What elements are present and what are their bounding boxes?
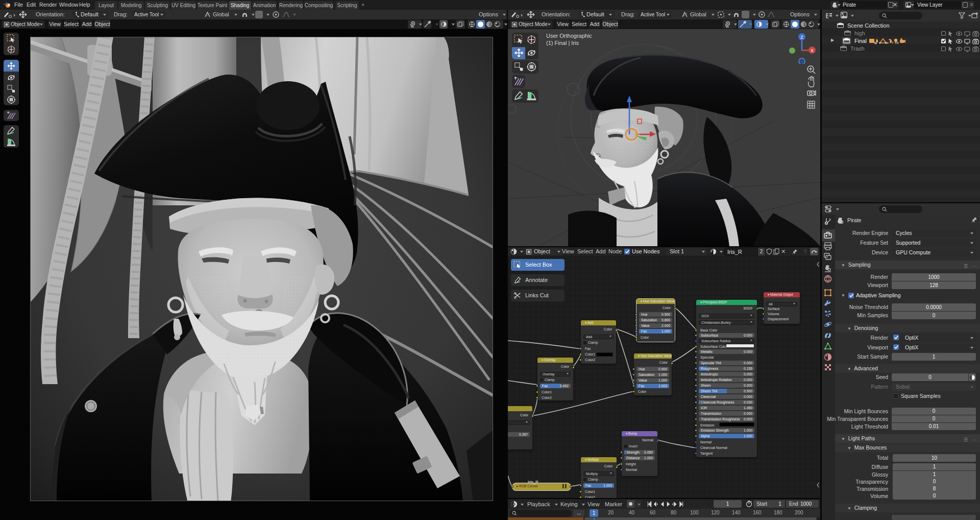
svg-text:80: 80 — [885, 41, 889, 44]
svg-text:7: 7 — [892, 41, 894, 44]
svg-text:Z: Z — [800, 35, 803, 40]
svg-text:8: 8 — [897, 41, 899, 44]
svg-text:X: X — [811, 48, 814, 53]
